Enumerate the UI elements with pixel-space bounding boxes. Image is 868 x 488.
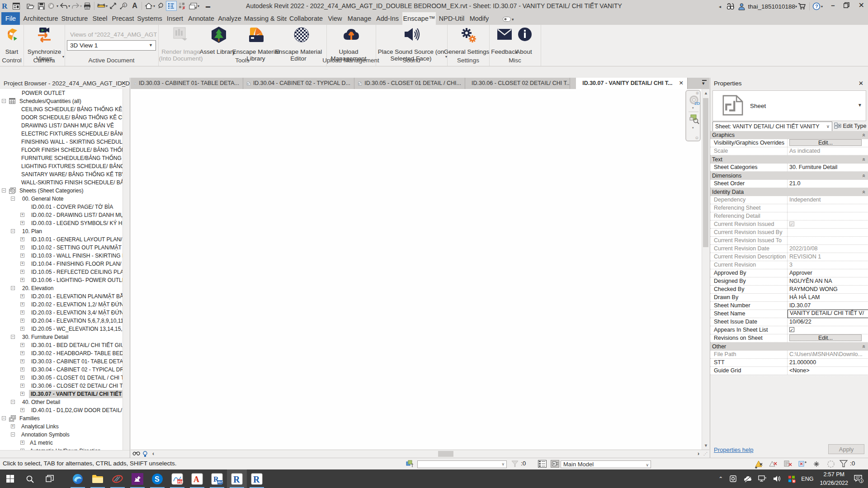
svg-text:S: S — [155, 475, 160, 483]
svg-text:R: R — [253, 474, 260, 484]
svg-text:2D: 2D — [694, 101, 700, 106]
svg-text:R: R — [233, 474, 240, 484]
svg-text:✗: ✗ — [182, 6, 186, 9]
svg-text:1: 1 — [124, 4, 126, 7]
svg-text:RVT: RVT — [218, 481, 223, 484]
svg-text:PDF: PDF — [178, 480, 183, 483]
svg-text:1: 1 — [860, 479, 863, 483]
svg-text:?: ? — [815, 4, 818, 9]
svg-text:A: A — [193, 475, 199, 484]
svg-text:▾: ▾ — [512, 17, 514, 22]
svg-text:R: R — [2, 2, 8, 10]
